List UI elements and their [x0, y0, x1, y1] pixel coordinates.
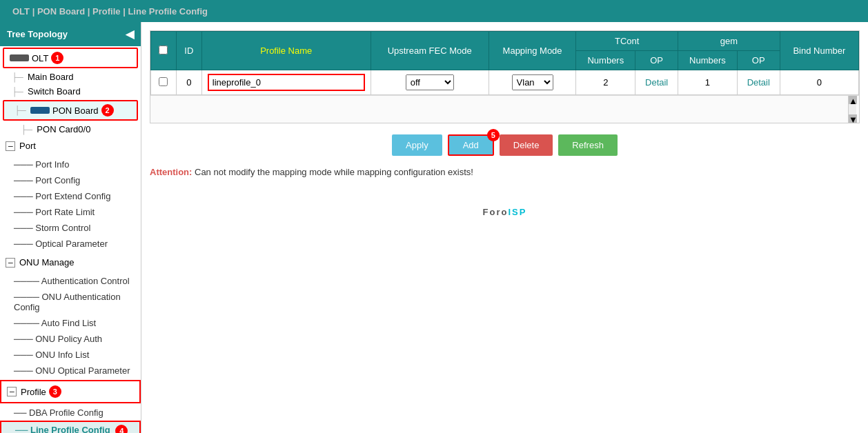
th-upstream-fec-mode: Upstream FEC Mode — [371, 32, 489, 70]
th-tcont-numbers: Numbers — [576, 51, 635, 70]
watermark-foro: Foro — [483, 207, 509, 217]
delete-button[interactable]: Delete — [500, 134, 553, 156]
pon-board-badge: 2 — [101, 104, 114, 117]
sidebar-item-port-rate-limit[interactable]: ─── Port Rate Limit — [0, 204, 141, 220]
attention-message: Attention: Can not modify the mapping mo… — [150, 167, 860, 177]
select-all-checkbox[interactable] — [159, 46, 168, 54]
apply-button[interactable]: Apply — [392, 134, 442, 156]
onu-manage-menu: ──── Authentication Control ──── ONU Aut… — [0, 272, 141, 380]
sidebar-item-auth-control[interactable]: ──── Authentication Control — [0, 273, 141, 289]
profile-section-toggle[interactable]: − Profile 3 — [0, 380, 141, 403]
attention-label: Attention: — [150, 167, 192, 177]
sidebar-item-port-config[interactable]: ─── Port Config — [0, 172, 141, 188]
sidebar-item-port-extend-config[interactable]: ─── Port Extend Config — [0, 188, 141, 204]
port-section-toggle[interactable]: − Port — [0, 137, 141, 155]
pon-board-row[interactable]: ├─ PON Board 2 — [3, 100, 138, 121]
row-upstream-fec-cell: off on — [371, 70, 489, 95]
line-profile-table: ID Profile Name Upstream FEC Mode Mappin… — [150, 31, 859, 95]
profile-name-input[interactable] — [208, 74, 365, 91]
olt-badge: 1 — [51, 52, 63, 64]
tcont-detail-link[interactable]: Detail — [645, 77, 668, 88]
sidebar-title: Tree Topology — [7, 29, 68, 39]
th-mapping-mode: Mapping Mode — [489, 32, 576, 70]
main-board-item[interactable]: ├─ Main Board — [0, 70, 141, 84]
th-gem-numbers: Numbers — [678, 51, 738, 70]
table-row: 0 off on — [151, 70, 859, 95]
refresh-button[interactable]: Refresh — [558, 134, 618, 156]
main-content: ID Profile Name Upstream FEC Mode Mappin… — [141, 22, 868, 433]
th-gem-op: OP — [737, 51, 780, 70]
pon-board-label: PON Board — [52, 105, 98, 116]
add-button[interactable]: Add 5 — [448, 134, 494, 156]
sidebar-item-onu-auth-config[interactable]: ──── ONU Authentication Config — [0, 289, 141, 315]
profile-section-label: Profile — [21, 387, 46, 397]
sidebar-item-line-profile[interactable]: ── Line Profile Config 4 — [0, 421, 141, 433]
port-collapse-icon: − — [6, 141, 15, 151]
sidebar-item-auto-find-list[interactable]: ──── Auto Find List — [0, 315, 141, 331]
scrollbar-up[interactable]: ▲ — [849, 96, 857, 104]
th-bind-number: Bind Number — [780, 32, 858, 70]
row-tcont-op-cell: Detail — [635, 70, 678, 95]
watermark: ForoISP — [150, 198, 860, 220]
row-gem-op-cell: Detail — [737, 70, 780, 95]
sidebar-item-dba-profile[interactable]: ── DBA Profile Config — [0, 405, 141, 421]
switch-board-label: Switch Board — [28, 86, 81, 97]
sidebar-item-optical-parameter[interactable]: ─── Optical Parameter — [0, 236, 141, 252]
upstream-fec-select[interactable]: off on — [406, 74, 454, 90]
profile-menu: ── DBA Profile Config ── Line Profile Co… — [0, 403, 141, 433]
sidebar-header: Tree Topology ◀ — [0, 22, 141, 46]
add-badge: 5 — [487, 129, 500, 141]
pon-card-item[interactable]: ├─ PON Card0/0 — [0, 122, 141, 137]
th-tcont-group: TCont — [576, 32, 678, 51]
row-gem-numbers: 1 — [678, 70, 738, 95]
mapping-mode-select[interactable]: Vlan GEM TLS — [512, 74, 553, 90]
sidebar: Tree Topology ◀ OLT 1 ├─ Main Board ├─ — [0, 22, 141, 433]
pon-board-icon — [30, 107, 50, 114]
row-bind-number: 0 — [780, 70, 858, 95]
sidebar-item-storm-control[interactable]: ─── Storm Control — [0, 220, 141, 236]
row-id: 0 — [176, 70, 201, 95]
sidebar-item-port-info[interactable]: ─── Port Info — [0, 157, 141, 172]
sidebar-item-onu-policy-auth[interactable]: ─── ONU Policy Auth — [0, 331, 141, 347]
main-board-label: Main Board — [28, 72, 73, 82]
gem-detail-link[interactable]: Detail — [747, 77, 770, 88]
row-checkbox[interactable] — [159, 77, 168, 86]
pon-card-label: PON Card0/0 — [37, 124, 90, 134]
onu-manage-section-label: ONU Manage — [19, 257, 74, 268]
attention-text: Can not modify the mapping mode while ma… — [195, 167, 473, 177]
olt-label: OLT — [32, 53, 48, 63]
line-profile-badge: 4 — [115, 425, 128, 433]
sidebar-item-onu-optical-param[interactable]: ─── ONU Optical Parameter — [0, 363, 141, 379]
th-profile-name: Profile Name — [201, 32, 371, 70]
switch-board-item[interactable]: ├─ Switch Board — [0, 84, 141, 99]
row-mapping-mode-cell: Vlan GEM TLS — [489, 70, 576, 95]
profile-section-badge: 3 — [49, 385, 61, 398]
port-menu: ─── Port Info ─── Port Config ─── Port E… — [0, 155, 141, 253]
onu-manage-section-toggle[interactable]: − ONU Manage — [0, 253, 141, 272]
olt-row[interactable]: OLT 1 — [3, 48, 138, 68]
row-checkbox-cell — [151, 70, 177, 95]
olt-device-icon — [10, 54, 29, 61]
action-buttons: Apply Add 5 Delete Refresh — [150, 134, 860, 156]
port-section-label: Port — [19, 141, 36, 151]
profile-collapse-icon: − — [7, 387, 17, 396]
table-scroll-area: ▲ ▼ — [150, 95, 859, 123]
th-checkbox — [151, 32, 177, 70]
breadcrumb: OLT | PON Board | Profile | Line Profile… — [12, 6, 208, 17]
page-header: OLT | PON Board | Profile | Line Profile… — [0, 0, 868, 22]
scrollbar-down[interactable]: ▼ — [849, 114, 857, 123]
row-profile-name-cell — [201, 70, 371, 95]
th-tcont-op: OP — [635, 51, 678, 70]
watermark-isp: ISP — [508, 207, 526, 217]
data-table-wrapper: ID Profile Name Upstream FEC Mode Mappin… — [150, 30, 860, 123]
row-tcont-numbers: 2 — [576, 70, 635, 95]
th-id: ID — [176, 32, 201, 70]
onu-manage-collapse-icon: − — [6, 258, 15, 268]
collapse-arrow-icon[interactable]: ◀ — [126, 28, 134, 41]
sidebar-item-onu-info-list[interactable]: ─── ONU Info List — [0, 347, 141, 363]
th-gem-group: gem — [678, 32, 780, 51]
